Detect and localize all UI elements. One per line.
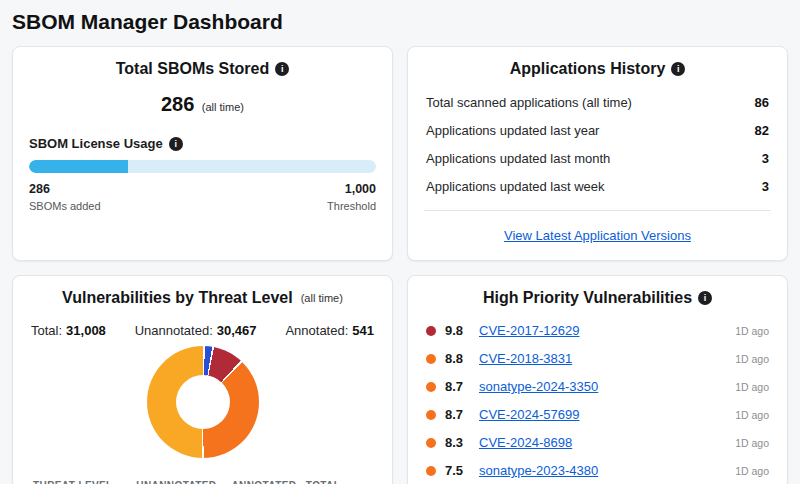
threat-table-header-level: THREAT LEVEL <box>33 480 136 484</box>
card-total-sboms-header: Total SBOMs Stored i <box>29 60 376 78</box>
card-vulnerabilities-title: Vulnerabilities by Threat Level <box>62 289 293 307</box>
summary-annotated: Annotated:541 <box>285 323 374 338</box>
threshold-block: 1,000 Threshold <box>327 182 376 212</box>
cvss-score: 9.8 <box>445 323 470 338</box>
dashboard-page: SBOM Manager Dashboard Total SBOMs Store… <box>0 0 800 484</box>
card-high-priority-vulnerabilities: High Priority Vulnerabilities i 9.8 CVE-… <box>407 275 788 484</box>
vulnerability-link[interactable]: sonatype-2024-3350 <box>479 379 598 394</box>
card-high-priority-title: High Priority Vulnerabilities <box>483 289 692 307</box>
history-row-value: 82 <box>755 123 769 138</box>
sboms-added-block: 286 SBOMs added <box>29 182 101 212</box>
info-icon[interactable]: i <box>698 291 712 305</box>
license-usage-meta: 286 SBOMs added 1,000 Threshold <box>29 182 376 212</box>
severity-dot <box>426 466 436 476</box>
sbom-count: 286 <box>161 93 194 115</box>
cvss-score: 8.7 <box>445 407 470 422</box>
history-row-value: 3 <box>762 151 769 166</box>
donut-hole <box>176 375 230 429</box>
license-usage-fill <box>29 160 128 173</box>
summary-total-label: Total: <box>31 323 62 338</box>
info-icon[interactable]: i <box>671 62 685 76</box>
vulnerability-row: 8.3 CVE-2024-8698 1D ago <box>424 429 771 457</box>
vulnerability-age: 1D ago <box>735 409 769 421</box>
vulnerability-link[interactable]: sonatype-2023-4380 <box>479 463 598 478</box>
threat-donut <box>147 346 259 458</box>
summary-total-value: 31,008 <box>66 323 106 338</box>
card-vulnerabilities-threat-level: Vulnerabilities by Threat Level (all tim… <box>12 275 393 484</box>
summary-unannotated-label: Unannotated: <box>135 323 213 338</box>
history-row-value: 86 <box>755 95 769 110</box>
cvss-score: 7.5 <box>445 463 470 478</box>
summary-total: Total:31,008 <box>31 323 106 338</box>
cvss-score: 8.7 <box>445 379 470 394</box>
dashboard-grid: Total SBOMs Stored i 286 (all time) SBOM… <box>12 46 788 484</box>
severity-dot <box>426 326 436 336</box>
history-row-label: Total scanned applications (all time) <box>426 95 632 110</box>
cvss-score: 8.8 <box>445 351 470 366</box>
threat-table-header-unannotated: UNANNOTATED <box>136 480 231 484</box>
severity-dot <box>426 410 436 420</box>
vulnerability-link[interactable]: CVE-2024-57699 <box>479 407 579 422</box>
vulnerability-row: 7.5 sonatype-2023-4380 1D ago <box>424 457 771 484</box>
vulnerability-link[interactable]: CVE-2018-3831 <box>479 351 572 366</box>
history-row-label: Applications updated last year <box>426 123 599 138</box>
threat-table-header-total: TOTAL <box>306 480 372 484</box>
view-latest-application-versions-link[interactable]: View Latest Application Versions <box>504 228 691 243</box>
history-row-value: 3 <box>762 179 769 194</box>
vulnerability-row: 8.7 sonatype-2024-3350 1D ago <box>424 373 771 401</box>
vulnerability-age: 1D ago <box>735 353 769 365</box>
vulnerability-age: 1D ago <box>735 465 769 477</box>
severity-dot <box>426 382 436 392</box>
page-title: SBOM Manager Dashboard <box>12 10 788 34</box>
summary-unannotated-value: 30,467 <box>217 323 257 338</box>
license-usage-bar <box>29 160 376 173</box>
vulnerability-link[interactable]: CVE-2017-12629 <box>479 323 579 338</box>
vulnerability-age: 1D ago <box>735 381 769 393</box>
card-applications-history-title: Applications History <box>510 60 666 78</box>
history-row-label: Applications updated last week <box>426 179 605 194</box>
history-row-label: Applications updated last month <box>426 151 610 166</box>
threshold-label: Threshold <box>327 200 376 212</box>
severity-dot <box>426 438 436 448</box>
summary-unannotated: Unannotated:30,467 <box>135 323 257 338</box>
vulnerability-link[interactable]: CVE-2024-8698 <box>479 435 572 450</box>
severity-dot <box>426 354 436 364</box>
vulnerability-row: 8.7 CVE-2024-57699 1D ago <box>424 401 771 429</box>
card-total-sboms: Total SBOMs Stored i 286 (all time) SBOM… <box>12 46 393 261</box>
summary-annotated-value: 541 <box>352 323 374 338</box>
card-total-sboms-title: Total SBOMs Stored <box>116 60 270 78</box>
card-vulnerabilities-title-suffix: (all time) <box>301 292 343 304</box>
vulnerability-row: 8.8 CVE-2018-3831 1D ago <box>424 345 771 373</box>
vulnerability-age: 1D ago <box>735 437 769 449</box>
card-applications-history: Applications History i Total scanned app… <box>407 46 788 261</box>
card-applications-history-header: Applications History i <box>424 60 771 78</box>
high-priority-list: 9.8 CVE-2017-12629 1D ago 8.8 CVE-2018-3… <box>424 317 771 484</box>
info-icon[interactable]: i <box>275 62 289 76</box>
history-row: Applications updated last week 3 <box>424 173 771 201</box>
card-vulnerabilities-header: Vulnerabilities by Threat Level (all tim… <box>29 289 376 307</box>
card-high-priority-header: High Priority Vulnerabilities i <box>424 289 771 307</box>
history-link-wrap: View Latest Application Versions <box>424 211 771 246</box>
sboms-added-value: 286 <box>29 182 101 196</box>
cvss-score: 8.3 <box>445 435 470 450</box>
vulnerability-summary: Total:31,008 Unannotated:30,467 Annotate… <box>31 323 374 338</box>
sbom-count-suffix: (all time) <box>202 101 244 113</box>
sboms-added-label: SBOMs added <box>29 200 101 212</box>
history-row: Applications updated last year 82 <box>424 117 771 145</box>
vulnerability-row: 9.8 CVE-2017-12629 1D ago <box>424 317 771 345</box>
history-rows: Total scanned applications (all time) 86… <box>424 89 771 201</box>
threshold-value: 1,000 <box>327 182 376 196</box>
license-usage-label: SBOM License Usage <box>29 136 163 151</box>
history-row: Applications updated last month 3 <box>424 145 771 173</box>
threat-table-header: THREAT LEVEL UNANNOTATED ANNOTATED TOTAL <box>29 474 376 484</box>
history-row: Total scanned applications (all time) 86 <box>424 89 771 117</box>
license-usage-label-row: SBOM License Usage i <box>29 136 376 151</box>
summary-annotated-label: Annotated: <box>285 323 348 338</box>
sbom-count-block: 286 (all time) <box>29 93 376 116</box>
vulnerability-age: 1D ago <box>735 325 769 337</box>
info-icon[interactable]: i <box>169 137 183 151</box>
donut-chart-wrap <box>29 346 376 458</box>
threat-table-header-annotated: ANNOTATED <box>231 480 305 484</box>
